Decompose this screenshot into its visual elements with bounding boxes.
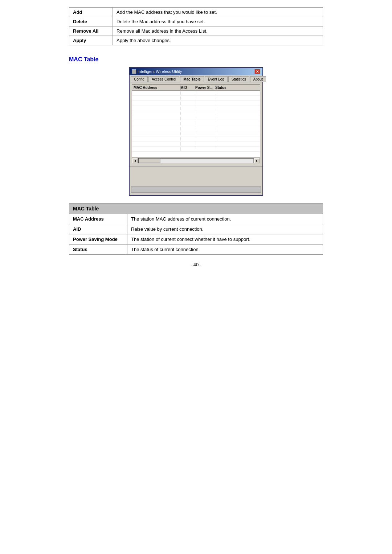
table-row: Apply Apply the above changes. (69, 36, 323, 45)
table-row: MAC Address The station MAC address of c… (69, 214, 323, 224)
horizontal-scrollbar[interactable] (138, 158, 254, 163)
cell (134, 107, 181, 110)
row-description: The station of current connect whether i… (127, 234, 323, 245)
mac-list-header: MAC AddressAIDPower S...Status (132, 85, 260, 91)
row-description: The station MAC address of current conne… (127, 214, 323, 224)
cell (134, 102, 181, 105)
cell (134, 132, 181, 135)
row-description: The status of current connection. (127, 245, 323, 255)
utility-tabs: ConfigAccess ControlMac TableEvent LogSt… (130, 75, 262, 82)
cell (195, 147, 215, 151)
list-item (132, 101, 260, 106)
list-item (132, 106, 260, 111)
cell (134, 112, 181, 115)
cell (195, 127, 215, 130)
cell (134, 147, 181, 151)
mac-table-header-row: MAC Table (69, 204, 323, 214)
cell (215, 127, 241, 130)
table-row: Delete Delete the Mac address that you h… (69, 17, 323, 26)
scroll-right-button[interactable]: ► (254, 158, 260, 163)
table-row: Add Add the MAC address that you would l… (69, 8, 323, 17)
column-header: MAC Address (134, 86, 181, 90)
row-label: Add (69, 8, 113, 17)
row-label: Remove All (69, 26, 113, 36)
mac-desc-table: MAC Table MAC Address The station MAC ad… (69, 203, 323, 255)
row-label: Status (69, 245, 127, 255)
utility-tab-mac-table[interactable]: Mac Table (180, 76, 204, 82)
scrollbar-thumb[interactable] (139, 159, 160, 163)
cell (195, 107, 215, 110)
row-label: Apply (69, 36, 113, 45)
mac-table-header-cell: MAC Table (69, 204, 323, 214)
titlebar-title: Intelligent Wireless Utility (132, 69, 182, 74)
table-row: Power Saving Mode The station of current… (69, 234, 323, 245)
list-item (132, 96, 260, 101)
titlebar-text: Intelligent Wireless Utility (138, 69, 182, 74)
cell (181, 147, 195, 151)
cell (195, 132, 215, 135)
cell (181, 117, 195, 120)
utility-tab-config[interactable]: Config (131, 76, 148, 82)
list-item (132, 131, 260, 136)
table-row: Remove All Remove all Mac address in the… (69, 26, 323, 36)
row-label: Delete (69, 17, 113, 26)
row-description: Raise value by current connection. (127, 224, 323, 234)
utility-tab-event-log[interactable]: Event Log (205, 76, 228, 82)
page-number: - 40 - (191, 262, 201, 267)
row-label: Power Saving Mode (69, 234, 127, 245)
scrollbar-area: ◄ ► (132, 157, 260, 164)
column-header: Status (215, 86, 241, 90)
list-item (132, 126, 260, 131)
column-header: AID (181, 86, 195, 90)
mac-list-rows (132, 91, 260, 152)
cell (134, 122, 181, 125)
list-item (132, 141, 260, 147)
cell (134, 142, 181, 145)
cell (181, 91, 195, 95)
top-info-table: Add Add the MAC address that you would l… (69, 7, 323, 45)
list-item (132, 111, 260, 116)
cell (134, 127, 181, 130)
cell (181, 127, 195, 130)
mac-list-area: MAC AddressAIDPower S...Status (132, 85, 260, 157)
cell (215, 122, 241, 125)
cell (181, 102, 195, 105)
titlebar: Intelligent Wireless Utility ✕ (130, 68, 262, 75)
cell (134, 91, 181, 95)
row-label: MAC Address (69, 214, 127, 224)
cell (215, 112, 241, 115)
scroll-left-button[interactable]: ◄ (132, 158, 138, 163)
cell (134, 137, 181, 140)
column-header: Power S... (195, 86, 215, 90)
cell (215, 137, 241, 140)
titlebar-icon (132, 69, 136, 74)
cell (195, 142, 215, 145)
utility-tab-statistics[interactable]: Statistics (228, 76, 249, 82)
utility-footer-bar (131, 186, 261, 193)
cell (195, 112, 215, 115)
utility-tab-about[interactable]: About (250, 76, 266, 82)
row-description: Delete the Mac address that you have set… (113, 17, 323, 26)
utility-window: Intelligent Wireless Utility ✕ ConfigAcc… (129, 67, 263, 196)
cell (181, 122, 195, 125)
row-label: AID (69, 224, 127, 234)
cell (215, 91, 241, 95)
cell (195, 97, 215, 100)
cell (134, 97, 181, 100)
table-row: Status The status of current connection. (69, 245, 323, 255)
row-description: Add the MAC address that you would like … (113, 8, 323, 17)
close-button[interactable]: ✕ (254, 69, 260, 74)
cell (195, 137, 215, 140)
list-item (132, 147, 260, 152)
cell (181, 142, 195, 145)
cell (215, 102, 241, 105)
cell (195, 102, 215, 105)
utility-body: MAC AddressAIDPower S...Status ◄ ► (130, 82, 262, 166)
section-title: MAC Table (69, 56, 98, 63)
cell (181, 97, 195, 100)
row-description: Remove all Mac address in the Access Lis… (113, 26, 323, 36)
cell (195, 117, 215, 120)
utility-tab-access-control[interactable]: Access Control (148, 76, 179, 82)
cell (215, 142, 241, 145)
utility-footer (130, 166, 262, 195)
